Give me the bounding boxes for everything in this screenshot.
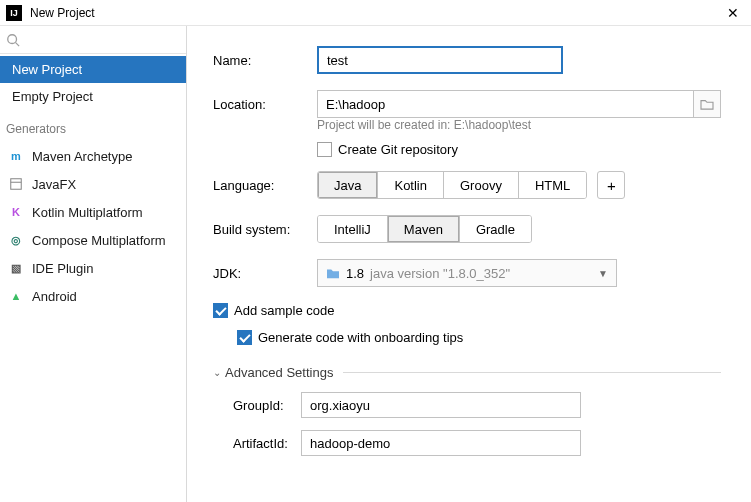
generator-compose-multiplatform[interactable]: ◎ Compose Multiplatform [0,226,186,254]
sidebar: New Project Empty Project Generators m M… [0,26,187,502]
window-title: New Project [30,6,721,20]
generator-ide-plugin[interactable]: ▧ IDE Plugin [0,254,186,282]
generator-label: JavaFX [32,177,76,192]
sidebar-item-empty-project[interactable]: Empty Project [0,83,186,110]
chevron-down-icon: ⌄ [213,367,221,378]
svg-rect-2 [11,179,22,190]
add-language-button[interactable]: + [597,171,625,199]
close-icon[interactable]: ✕ [721,5,745,21]
artifactid-input[interactable] [301,430,581,456]
jdk-description: java version "1.8.0_352" [370,266,510,281]
buildsystem-label: Build system: [213,222,317,237]
chevron-down-icon: ▼ [598,268,608,279]
plugin-icon: ▧ [8,260,24,276]
search-icon [6,33,20,47]
svg-line-1 [16,42,20,46]
folder-icon [700,98,714,110]
location-label: Location: [213,97,317,112]
sidebar-item-label: New Project [12,62,82,77]
generators-header: Generators [0,110,186,142]
compose-icon: ◎ [8,232,24,248]
buildsystem-group: IntelliJ Maven Gradle [317,215,532,243]
add-sample-checkbox[interactable] [213,303,228,318]
generator-kotlin-multiplatform[interactable]: K Kotlin Multiplatform [0,198,186,226]
create-git-label: Create Git repository [338,142,458,157]
groupid-label: GroupId: [233,398,301,413]
generator-label: Compose Multiplatform [32,233,166,248]
groupid-input[interactable] [301,392,581,418]
kotlin-icon: K [8,204,24,220]
sidebar-item-new-project[interactable]: New Project [0,56,186,83]
location-hint: Project will be created in: E:\hadoop\te… [317,118,721,132]
svg-point-0 [8,34,17,43]
language-label: Language: [213,178,317,193]
jdk-version: 1.8 [346,266,364,281]
jdk-dropdown[interactable]: 1.8 java version "1.8.0_352" ▼ [317,259,617,287]
advanced-settings-toggle[interactable]: ⌄ Advanced Settings [213,365,721,380]
language-group: Java Kotlin Groovy HTML [317,171,587,199]
generator-maven-archetype[interactable]: m Maven Archetype [0,142,186,170]
generator-label: Android [32,289,77,304]
buildsystem-gradle[interactable]: Gradle [460,216,531,242]
title-bar: IJ New Project ✕ [0,0,751,26]
generator-label: Kotlin Multiplatform [32,205,143,220]
generator-android[interactable]: ▲ Android [0,282,186,310]
language-html[interactable]: HTML [519,172,586,198]
add-sample-label: Add sample code [234,303,334,318]
artifactid-label: ArtifactId: [233,436,301,451]
create-git-checkbox[interactable] [317,142,332,157]
language-kotlin[interactable]: Kotlin [378,172,444,198]
onboarding-label: Generate code with onboarding tips [258,330,463,345]
javafx-icon [8,176,24,192]
buildsystem-maven[interactable]: Maven [388,216,460,242]
android-icon: ▲ [8,288,24,304]
generator-label: IDE Plugin [32,261,93,276]
folder-jdk-icon [326,267,340,279]
search-field[interactable] [0,26,186,54]
location-input[interactable] [317,90,693,118]
app-icon: IJ [6,5,22,21]
language-groovy[interactable]: Groovy [444,172,519,198]
jdk-label: JDK: [213,266,317,281]
onboarding-checkbox[interactable] [237,330,252,345]
name-input[interactable] [317,46,563,74]
form-panel: Name: Location: Project will be created … [187,26,751,502]
browse-button[interactable] [693,90,721,118]
divider [343,372,721,373]
generator-label: Maven Archetype [32,149,132,164]
advanced-settings-label: Advanced Settings [225,365,333,380]
generator-javafx[interactable]: JavaFX [0,170,186,198]
buildsystem-intellij[interactable]: IntelliJ [318,216,388,242]
language-java[interactable]: Java [318,172,378,198]
name-label: Name: [213,53,317,68]
maven-icon: m [8,148,24,164]
sidebar-item-label: Empty Project [12,89,93,104]
